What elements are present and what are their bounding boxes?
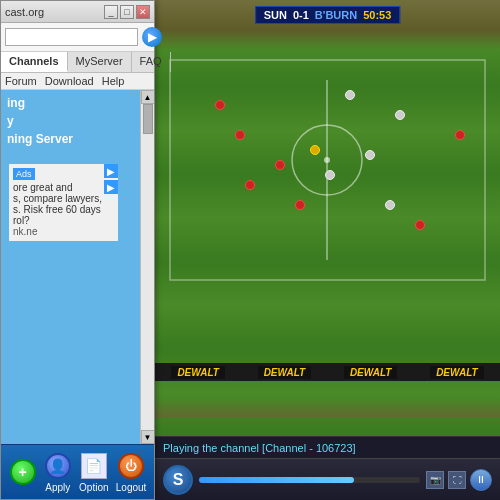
progress-bar[interactable] [199, 477, 420, 483]
scroll-up-button[interactable]: ▲ [141, 90, 155, 104]
menu-download[interactable]: Download [45, 75, 94, 87]
crowd-bottom [155, 398, 500, 418]
ad-expand-button[interactable]: ▶ [104, 164, 118, 178]
option-label: Option [79, 482, 108, 493]
score-bar: SUN 0-1 B'BURN 50:53 [255, 6, 401, 24]
dewalt-logo-4: DEWALT [430, 366, 483, 379]
app-window: cast.org _ □ ✕ ▶ Channels MyServer FAQ F… [0, 0, 500, 500]
bottom-toolbar: + 👤 Apply 📄 Option ⏻ Logout [1, 444, 154, 499]
match-score: 0-1 [293, 9, 309, 21]
address-input[interactable] [5, 28, 138, 46]
progress-fill [199, 477, 354, 483]
sidebar-scrollbar[interactable]: ▲ ▼ [140, 90, 154, 444]
svg-point-2 [324, 157, 330, 163]
maximize-button[interactable]: □ [120, 5, 134, 19]
toolbar-apply-button[interactable]: 👤 Apply [44, 452, 72, 493]
title-bar-buttons: _ □ ✕ [104, 5, 150, 19]
pause-button[interactable]: ⏸ [470, 469, 492, 491]
player-3 [275, 160, 285, 170]
person-icon: 👤 [44, 452, 72, 480]
address-bar: ▶ [1, 23, 154, 52]
doc-icon: 📄 [80, 452, 108, 480]
tab-myserver[interactable]: MyServer [68, 52, 132, 72]
menu-help[interactable]: Help [102, 75, 125, 87]
status-text: Playing the channel [Channel - 106723] [163, 442, 356, 454]
dewalt-logo-1: DEWALT [171, 366, 224, 379]
ad-text-2: s, compare lawyers, [13, 193, 114, 204]
control-icons: 📷 ⛶ ⏸ [426, 469, 492, 491]
media-logo: S [163, 465, 193, 495]
go-arrow-icon: ▶ [142, 27, 162, 47]
content-area: ing y ning Server Ads ore great and s, c… [1, 90, 154, 444]
dewalt-logo-3: DEWALT [344, 366, 397, 379]
player-8 [345, 90, 355, 100]
close-button[interactable]: ✕ [136, 5, 150, 19]
menu-forum[interactable]: Forum [5, 75, 37, 87]
player-11 [385, 200, 395, 210]
menu-bar: Forum Download Help [1, 73, 154, 90]
player-1 [215, 100, 225, 110]
title-bar: cast.org _ □ ✕ [1, 1, 154, 23]
window-title: cast.org [5, 6, 104, 18]
apply-label: Apply [45, 482, 70, 493]
tab-faq[interactable]: FAQ [132, 52, 171, 72]
ad-text-1: ore great and [13, 182, 114, 193]
player-4 [245, 180, 255, 190]
player-2 [235, 130, 245, 140]
ad-text-3: s. Risk free 60 days [13, 204, 114, 215]
player-7 [455, 130, 465, 140]
snapshot-button[interactable]: 📷 [426, 471, 444, 489]
team-away: B'BURN [315, 9, 357, 21]
player-6 [415, 220, 425, 230]
player-10 [325, 170, 335, 180]
left-panel: cast.org _ □ ✕ ▶ Channels MyServer FAQ F… [0, 0, 155, 500]
player-5 [295, 200, 305, 210]
logout-label: Logout [116, 482, 147, 493]
match-time: 50:53 [363, 9, 391, 21]
toolbar-logout-button[interactable]: ⏻ Logout [116, 452, 147, 493]
scroll-track [142, 104, 154, 430]
logout-icon: ⏻ [117, 452, 145, 480]
toolbar-option-button[interactable]: 📄 Option [79, 452, 108, 493]
minimize-button[interactable]: _ [104, 5, 118, 19]
server-label: ning Server [7, 132, 136, 146]
referee [310, 145, 320, 155]
right-panel: SUN 0-1 B'BURN 50:53 [155, 0, 500, 500]
content-inner: ing y ning Server [1, 90, 154, 160]
fullscreen-button[interactable]: ⛶ [448, 471, 466, 489]
scroll-thumb[interactable] [143, 104, 153, 134]
plus-icon: + [9, 458, 37, 486]
ad-text-4: rol? [13, 215, 114, 226]
tab-bar: Channels MyServer FAQ [1, 52, 154, 73]
pitch: SUN 0-1 B'BURN 50:53 [155, 0, 500, 436]
pitch-lines [155, 0, 500, 300]
tab-channels[interactable]: Channels [1, 52, 68, 72]
scroll-down-button[interactable]: ▼ [141, 430, 155, 444]
player-9 [365, 150, 375, 160]
media-controls: S 📷 ⛶ ⏸ [155, 458, 500, 500]
link-ing[interactable]: ing [7, 96, 136, 110]
video-area: SUN 0-1 B'BURN 50:53 [155, 0, 500, 436]
player-12 [395, 110, 405, 120]
ad-label: Ads [13, 168, 35, 180]
toolbar-add-button[interactable]: + [9, 458, 37, 486]
ad-text-5: nk.ne [13, 226, 114, 237]
ad-boards: DEWALT DEWALT DEWALT DEWALT [155, 363, 500, 381]
team-home: SUN [264, 9, 287, 21]
link-y[interactable]: y [7, 114, 136, 128]
dewalt-logo-2: DEWALT [258, 366, 311, 379]
go-button[interactable]: ▶ [142, 26, 162, 48]
ad-expand-button-2[interactable]: ▶ [104, 180, 118, 194]
status-bar: Playing the channel [Channel - 106723] [155, 436, 500, 458]
ad-area: Ads ore great and s, compare lawyers, s.… [9, 164, 118, 241]
